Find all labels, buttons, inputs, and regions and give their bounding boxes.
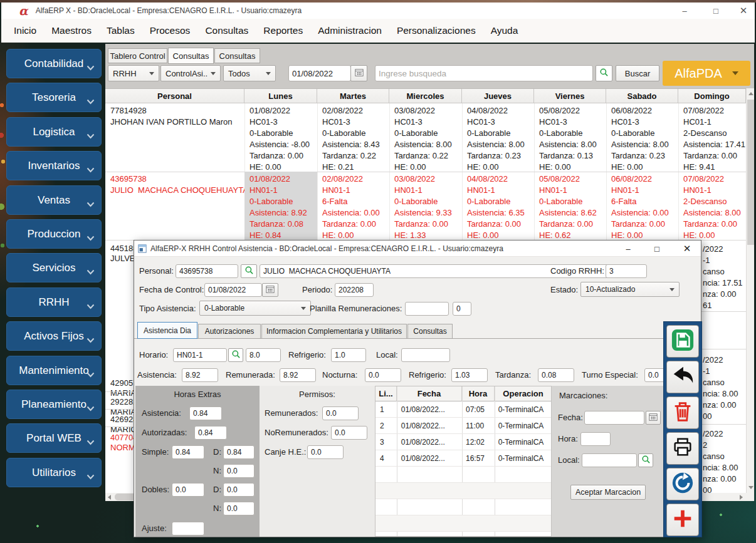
date-input[interactable] (288, 65, 351, 81)
menu-item-administracion[interactable]: Administracion (318, 25, 382, 36)
scroll-down-arrow-icon[interactable] (748, 486, 753, 489)
sidebar-item-ventas[interactable]: Ventas (6, 185, 102, 215)
remunerada-input[interactable] (280, 368, 316, 382)
tipo-asistencia-combo[interactable]: 0-Laborable (199, 301, 311, 316)
sidebar-item-rrhh[interactable]: RRHH (6, 287, 102, 317)
sidebar-item-inventarios[interactable]: Inventarios (6, 151, 102, 180)
scroll-right-arrow-icon[interactable] (740, 495, 743, 500)
horario-search-button[interactable] (228, 348, 243, 362)
menu-item-reportes[interactable]: Reportes (263, 25, 303, 36)
he-dobles-n-input[interactable] (223, 502, 255, 515)
grid-column-header-personal[interactable]: Personal (105, 89, 244, 103)
marc-row[interactable]: 101/08/2022...07:050-TerminalCA (375, 401, 551, 418)
sidebar-item-contabilidad[interactable]: Contabilidad (6, 49, 102, 78)
dialog-tab-asistencia-dia[interactable]: Asistencia Dia (137, 322, 197, 339)
asistencia-input[interactable] (182, 368, 218, 382)
search-button[interactable] (596, 65, 612, 81)
codigo-rrhh-input[interactable] (606, 264, 647, 278)
vertical-scrollbar[interactable] (746, 88, 754, 493)
maximize-button[interactable]: □ (705, 3, 727, 19)
horario-horas-input[interactable] (246, 348, 281, 362)
marc-row[interactable]: 401/08/2022...16:570-TerminalCA (375, 450, 551, 467)
marc-hora-input[interactable] (580, 432, 611, 446)
grid-cell-day[interactable]: 07/08/2022HN01-12-DescansoAsistencia: 8.… (678, 172, 746, 240)
he-asistencia-input[interactable] (189, 406, 222, 420)
grid-cell-day[interactable]: 06/08/2022HC01-30-LaborableAsistencia: 8… (606, 103, 678, 172)
marc-fecha-calendar-button[interactable] (646, 411, 661, 425)
dialog-tab-consultas[interactable]: Consultas (407, 324, 453, 338)
grid-column-header-viernes[interactable]: Viernes (534, 89, 606, 103)
menu-item-consultas[interactable]: Consultas (205, 25, 248, 36)
marc-fecha-input[interactable] (584, 411, 644, 425)
sidebar-item-activos-fijos[interactable]: Activos Fijos (6, 321, 102, 351)
grid-column-header-lunes[interactable]: Lunes (244, 89, 317, 103)
noremunerados-input[interactable] (331, 426, 367, 440)
grid-cell-day[interactable]: 05/08/2022HN01-10-LaborableAsistencia: 8… (534, 172, 606, 240)
marc-column-header-li-[interactable]: Li... (375, 386, 397, 401)
sidebar-item-servicios[interactable]: Servicios (6, 253, 102, 282)
marc-local-input[interactable] (582, 453, 637, 467)
minimize-button[interactable]: – (673, 3, 696, 19)
personal-code-input[interactable] (176, 264, 238, 278)
aceptar-marcacion-button[interactable]: Aceptar Marcacion (570, 485, 646, 500)
grid-column-header-martes[interactable]: Martes (317, 89, 389, 103)
filter-scope-combo[interactable]: Todos (223, 65, 276, 81)
doc-tab-consultas-2[interactable]: Consultas (214, 48, 260, 63)
refrigerio-input[interactable] (331, 348, 366, 362)
grid-column-header-sabado[interactable]: Sabado (606, 89, 678, 103)
filter-rrhh-combo[interactable]: RRHH (108, 65, 159, 81)
delete-button[interactable] (666, 396, 699, 429)
save-button[interactable] (666, 325, 699, 358)
scroll-up-arrow-icon[interactable] (748, 92, 753, 95)
marc-column-header-hora[interactable]: Hora (462, 386, 495, 401)
planilla-num-input[interactable] (453, 302, 471, 316)
marc-local-search-button[interactable] (638, 453, 653, 467)
sidebar-item-portal-web[interactable]: Portal WEB (6, 423, 102, 453)
undo-button[interactable] (666, 361, 699, 393)
marc-row[interactable]: 301/08/2022...12:020-TerminalCA (375, 434, 551, 450)
planilla-input[interactable] (405, 302, 449, 316)
sidebar-item-produccion[interactable]: Produccion (6, 219, 102, 249)
grid-cell-day[interactable]: 03/08/2022HN01-10-LaborableAsistencia: 9… (389, 172, 462, 240)
grid-column-header-jueves[interactable]: Jueves (462, 89, 534, 103)
grid-column-header-domingo[interactable]: Domingo (678, 89, 746, 103)
sidebar-item-mantenimiento[interactable]: Mantenimiento (6, 356, 102, 385)
he-ajuste-input[interactable] (172, 522, 204, 535)
marc-column-header-fecha[interactable]: Fecha (397, 386, 462, 401)
refrigerio2-input[interactable] (451, 368, 488, 382)
close-button[interactable]: ✕ (732, 3, 755, 19)
local-input[interactable] (401, 348, 450, 362)
grid-cell-day[interactable]: 01/08/2022HC01-30-LaborableAsistencia: -… (244, 103, 317, 172)
grid-column-header-miercoles[interactable]: Miercoles (389, 89, 462, 103)
menu-item-procesos[interactable]: Procesos (150, 25, 191, 36)
doc-tab-consultas-1[interactable]: Consultas (168, 48, 214, 64)
he-dobles-input[interactable] (172, 483, 204, 497)
remunerados-input[interactable] (322, 406, 359, 420)
grid-cell-day[interactable]: 06/08/2022HN01-16-FaltaAsistencia: 0.00T… (606, 172, 678, 240)
he-autorizadas-input[interactable] (194, 426, 227, 440)
marc-column-header-operacion[interactable]: Operacion (495, 386, 552, 401)
menu-item-maestros[interactable]: Maestros (51, 25, 92, 36)
dialog-tab-informacion-complementaria-y-utilitarios[interactable]: Informacion Complementaria y Utilitarios (261, 324, 407, 338)
grid-cell-day[interactable]: 05/08/2022HC01-30-LaborableAsistencia: 8… (534, 103, 606, 172)
fecha-control-calendar-button[interactable] (262, 283, 278, 297)
grid-cell-day[interactable]: 04/08/2022HC01-30-LaborableAsistencia: 8… (462, 103, 534, 172)
sidebar-item-logistica[interactable]: Logistica (6, 117, 102, 147)
grid-cell-day[interactable]: 03/08/2022HC01-30-LaborableAsistencia: 8… (389, 103, 462, 172)
doc-tab-tablero-control-0[interactable]: Tablero Control (108, 48, 167, 63)
dialog-close-button[interactable]: ✕ (677, 240, 697, 257)
menu-item-inicio[interactable]: Inicio (14, 25, 36, 36)
grid-cell-day[interactable]: 01/08/2022HN01-10-LaborableAsistencia: 8… (244, 172, 317, 240)
refresh-button[interactable] (666, 468, 699, 500)
menu-item-tablas[interactable]: Tablas (107, 25, 135, 36)
marc-row[interactable]: 201/08/2022...11:000-TerminalCA (375, 418, 551, 434)
search-input[interactable] (375, 65, 593, 81)
sidebar-item-tesoreria[interactable]: Tesoreria (6, 83, 102, 112)
print-button[interactable] (666, 432, 699, 465)
filter-report-combo[interactable]: ControlAsi.. (160, 65, 221, 81)
sidebar-item-utilitarios[interactable]: Utilitarios (6, 458, 102, 487)
horario-input[interactable] (173, 348, 227, 362)
grid-cell-day[interactable]: 04/08/2022HN01-10-LaborableAsistencia: 6… (462, 172, 534, 240)
he-simple-input[interactable] (172, 445, 204, 459)
he-dobles-d-input[interactable] (223, 483, 255, 497)
